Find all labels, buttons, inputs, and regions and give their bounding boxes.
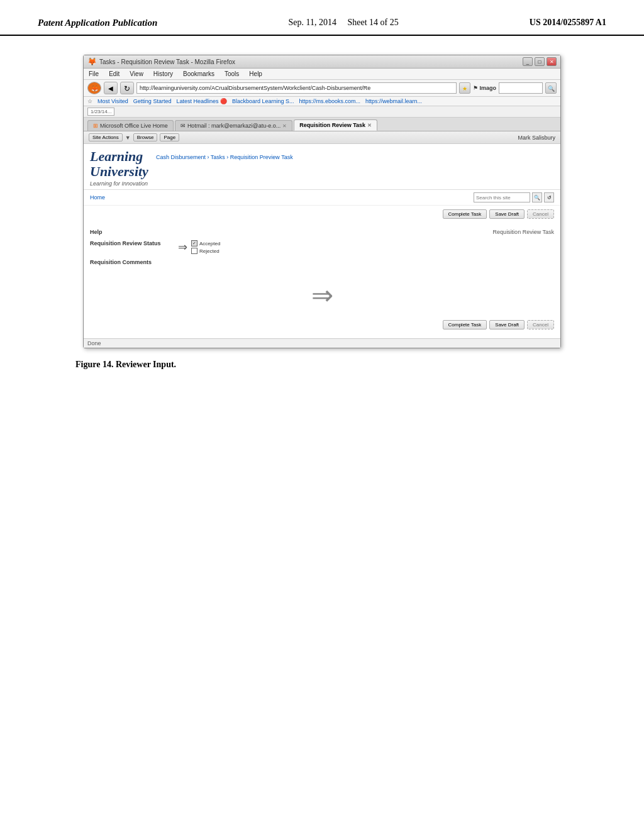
sp-task-toolbar-top: Complete Task Save Draft Cancel	[90, 209, 554, 219]
bookmark-most-visited[interactable]: Most Visited	[97, 98, 128, 104]
page-button[interactable]: Page	[160, 133, 179, 141]
site-actions-button[interactable]: Site Actions	[89, 133, 123, 141]
checkbox-area: ✓ Accepted Rejected	[191, 240, 220, 254]
back-button[interactable]: ◀	[104, 82, 118, 94]
browse-button[interactable]: Browse	[133, 133, 158, 141]
cancel-button-top[interactable]: Cancel	[527, 209, 554, 219]
menu-help[interactable]: Help	[248, 70, 264, 78]
tab-hotmail-icon: ✉	[180, 123, 186, 129]
status-arrow-icon: ⇒	[178, 240, 187, 254]
sp-form-area: Help Requisition Review Task Requisition…	[90, 224, 554, 270]
browser-window: 🦊 Tasks - Requisition Review Task - Mozi…	[83, 55, 561, 348]
browser-title-label: Tasks - Requisition Review Task - Mozill…	[99, 58, 235, 65]
reload-button[interactable]: ↻	[120, 82, 134, 94]
tab-tasks[interactable]: Requisition Review Task ✕	[294, 119, 377, 131]
sp-user-name: Mark Salisbury	[518, 135, 555, 141]
logo-line2: University	[90, 164, 148, 179]
browser-navbar: 🦊 ◀ ↻ ★ ⚑ Imago 🔍	[84, 80, 560, 97]
sp-task-toolbar-bottom: Complete Task Save Draft Cancel	[90, 320, 554, 329]
status-text: Done	[87, 340, 101, 346]
form-label-review-status: Requisition Review Status	[90, 240, 178, 246]
sp-search-area: 🔍 ↺	[474, 192, 554, 202]
tab-hotmail[interactable]: ✉ Hotmail : mark@emarkazi@atu-e.o... ✕	[175, 120, 292, 131]
extra-toolbar: 1/23/14...	[84, 106, 560, 118]
browser-title-text: 🦊 Tasks - Requisition Review Task - Mozi…	[87, 57, 235, 66]
browser-menubar: File Edit View History Bookmarks Tools H…	[84, 69, 560, 80]
browser-controls[interactable]: _ □ ✕	[523, 57, 557, 66]
topbar-divider-icon: ▼	[125, 135, 131, 141]
minimize-button[interactable]: _	[523, 57, 533, 66]
bookmark-webmail[interactable]: https://webmail.learn...	[365, 98, 422, 104]
site-search-button[interactable]: 🔍	[532, 192, 542, 202]
search-engine-label: ⚑	[473, 85, 478, 91]
browser-statusbar: Done	[84, 338, 560, 348]
site-search-input[interactable]	[474, 192, 530, 202]
browser-search-input[interactable]	[499, 82, 543, 94]
bookmark-getting-started[interactable]: Getting Started	[133, 98, 172, 104]
figure-caption: Figure 14. Reviewer Input.	[38, 360, 606, 370]
form-row-comments: Requisition Comments	[90, 257, 554, 268]
date-box: 1/23/14...	[87, 108, 114, 116]
checkbox-rejected-label: Rejected	[199, 248, 219, 254]
search-engine-name: Imago	[479, 85, 496, 91]
menu-file[interactable]: File	[87, 70, 100, 78]
restore-button[interactable]: □	[535, 57, 545, 66]
complete-task-button-top[interactable]: Complete Task	[443, 209, 487, 219]
checkbox-accepted-row: ✓ Accepted	[191, 240, 220, 246]
site-refresh-button[interactable]: ↺	[544, 192, 554, 202]
home-link[interactable]: Home	[90, 194, 105, 201]
bookmark-latest-headlines[interactable]: Latest Headlines 🔴	[176, 98, 227, 104]
browser-titlebar: 🦊 Tasks - Requisition Review Task - Mozi…	[84, 55, 560, 69]
menu-history[interactable]: History	[152, 70, 174, 78]
tab-hotmail-close[interactable]: ✕	[282, 123, 287, 129]
save-draft-button-top[interactable]: Save Draft	[489, 209, 525, 219]
firefox-icon-button[interactable]: 🦊	[87, 82, 101, 94]
sp-logo-area: Learning University Learning for Innovat…	[84, 144, 560, 190]
checkbox-rejected-row: Rejected	[191, 248, 220, 254]
sp-nav-row: Home 🔍 ↺	[84, 190, 560, 206]
big-arrow-icon: ⇒	[311, 280, 333, 311]
menu-bookmarks[interactable]: Bookmarks	[182, 70, 216, 78]
checkbox-accepted-label: Accepted	[199, 241, 220, 246]
tab-office-live[interactable]: ⊞ Microsoft Office Live Home	[87, 120, 174, 131]
close-button[interactable]: ✕	[547, 57, 557, 66]
patent-header: Patent Application Publication Sep. 11, …	[0, 0, 644, 36]
patent-header-center: Sep. 11, 2014 Sheet 14 of 25	[288, 18, 398, 28]
sp-task-area: Complete Task Save Draft Cancel Help Req…	[84, 206, 560, 338]
tab-tasks-label: Requisition Review Task	[299, 122, 365, 128]
browser-bookmarks: ☆ Most Visited Getting Started Latest He…	[84, 97, 560, 106]
checkbox-accepted[interactable]: ✓	[191, 240, 197, 246]
sp-topbar-left: Site Actions ▼ Browse Page	[89, 133, 179, 141]
save-draft-button-bottom[interactable]: Save Draft	[489, 320, 525, 329]
date-display: 1/23/14...	[87, 108, 114, 116]
menu-edit[interactable]: Edit	[108, 70, 121, 78]
form-label-help: Help	[90, 229, 178, 235]
star-icon[interactable]: ★	[459, 82, 470, 94]
figure-caption-text: Figure 14. Reviewer Input.	[75, 360, 176, 369]
form-label-comments: Requisition Comments	[90, 259, 178, 265]
menu-tools[interactable]: Tools	[223, 70, 240, 78]
big-arrow-area: ⇒	[90, 270, 554, 320]
form-row-review-status: Requisition Review Status ⇒ ✓ Accepted	[90, 238, 554, 257]
sp-topbar: Site Actions ▼ Browse Page Mark Salisbur…	[84, 131, 560, 144]
form-row-help: Help Requisition Review Task	[90, 226, 554, 238]
bookmark-ms-ebooks[interactable]: https://ms.ebooks.com...	[299, 98, 361, 104]
browser-page: Site Actions ▼ Browse Page Mark Salisbur…	[84, 131, 560, 338]
patent-header-left: Patent Application Publication	[38, 18, 157, 28]
search-go-icon[interactable]: 🔍	[545, 82, 557, 94]
main-content: 🦊 Tasks - Requisition Review Task - Mozi…	[0, 48, 644, 376]
checkbox-rejected[interactable]	[191, 248, 197, 254]
logo-tagline: Learning for Innovation	[90, 180, 148, 187]
cancel-button-bottom[interactable]: Cancel	[527, 320, 554, 329]
firefox-logo-icon: 🦊	[87, 57, 97, 66]
most-visited-bookmark[interactable]: ☆	[87, 98, 92, 104]
bookmark-blackboard[interactable]: Blackboard Learning S...	[232, 98, 294, 104]
menu-view[interactable]: View	[128, 70, 145, 78]
tab-hotmail-label: Hotmail : mark@emarkazi@atu-e.o...	[187, 123, 280, 129]
tab-tasks-close[interactable]: ✕	[367, 123, 372, 128]
tab-office-live-icon: ⊞	[93, 123, 98, 129]
address-bar[interactable]	[136, 82, 457, 94]
patent-sheet: Sheet 14 of 25	[347, 18, 398, 27]
browser-tabbar: ⊞ Microsoft Office Live Home ✉ Hotmail :…	[84, 118, 560, 131]
complete-task-button-bottom[interactable]: Complete Task	[443, 320, 487, 329]
